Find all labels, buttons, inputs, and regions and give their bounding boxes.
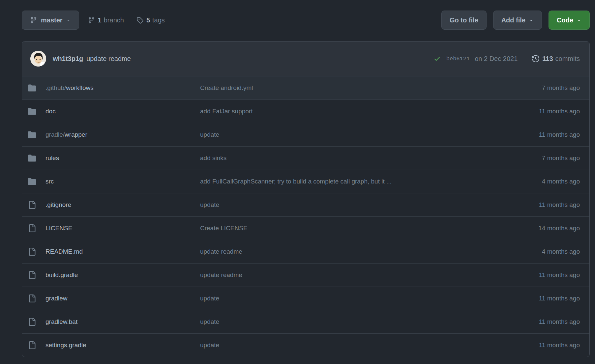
file-icon	[28, 341, 36, 349]
entry-name-link[interactable]: LICENSE	[45, 225, 191, 232]
entry-commit-message-link[interactable]: update	[200, 201, 504, 209]
history-icon	[532, 55, 539, 62]
entry-prefix[interactable]: gradle/	[45, 131, 65, 138]
entry-age-link[interactable]: 7 months ago	[514, 154, 580, 162]
folder-icon	[28, 178, 36, 185]
toolbar-actions: Go to file Add file Code	[435, 11, 590, 30]
entry-age-link[interactable]: 7 months ago	[514, 84, 580, 92]
entry-commit-message-link[interactable]: update	[200, 295, 504, 302]
entry-icon-cell	[28, 341, 36, 349]
file-icon	[28, 248, 36, 256]
avatar[interactable]	[30, 51, 46, 67]
entry-name[interactable]: src	[45, 178, 54, 185]
entry-icon-cell	[28, 248, 36, 256]
entry-age-link[interactable]: 11 months ago	[514, 271, 580, 279]
add-file-label: Add file	[501, 16, 525, 24]
entry-icon-cell	[28, 224, 36, 232]
repo-content: master 1 branch 5 tags Go to file Add fi…	[22, 0, 590, 357]
entry-name[interactable]: wrapper	[65, 131, 87, 138]
entry-name[interactable]: README.md	[45, 248, 83, 255]
git-branch-icon	[30, 16, 37, 24]
entry-name-link[interactable]: gradlew.bat	[45, 318, 191, 325]
entry-age-link[interactable]: 11 months ago	[514, 108, 580, 115]
table-row: src add FullCallGraphScanner; try to bui…	[22, 170, 589, 193]
entry-prefix[interactable]: .github/	[45, 84, 66, 91]
entry-name[interactable]: gradlew	[45, 295, 68, 302]
folder-icon	[28, 154, 36, 162]
commit-history-link[interactable]: 113 commits	[532, 55, 580, 63]
entry-name[interactable]: rules	[45, 154, 59, 161]
entry-commit-message-link[interactable]: update readme	[200, 248, 504, 255]
entry-icon-cell	[28, 107, 36, 115]
commit-meta: beb6121 on 2 Dec 2021 113 commits	[433, 55, 580, 63]
entry-commit-message-link[interactable]: Create android.yml	[200, 84, 504, 92]
entry-name-link[interactable]: .gitignore	[45, 201, 191, 209]
entry-name-link[interactable]: rules	[45, 154, 191, 162]
entry-age-link[interactable]: 4 months ago	[514, 178, 580, 185]
commit-author-link[interactable]: wh1t3p1g	[53, 55, 83, 63]
go-to-file-button[interactable]: Go to file	[441, 11, 487, 30]
branch-count: 1	[98, 16, 102, 24]
entry-name-link[interactable]: README.md	[45, 248, 191, 255]
branch-count-label: branch	[104, 16, 124, 24]
entry-age-link[interactable]: 14 months ago	[514, 225, 580, 232]
avatar-image	[30, 51, 46, 67]
table-row: rules add sinks 7 months ago	[22, 146, 589, 170]
entry-age-link[interactable]: 11 months ago	[514, 201, 580, 209]
add-file-button[interactable]: Add file	[493, 11, 542, 30]
table-row: .gitignore update 11 months ago	[22, 193, 589, 216]
tags-link[interactable]: 5 tags	[136, 16, 165, 24]
branches-link[interactable]: 1 branch	[88, 16, 124, 24]
entry-name-link[interactable]: .github/workflows	[45, 84, 191, 92]
commits-count-label: commits	[555, 55, 580, 63]
entry-commit-message-link[interactable]: update readme	[200, 271, 504, 279]
entry-commit-message-link[interactable]: Create LICENSE	[200, 225, 504, 232]
entry-icon-cell	[28, 318, 36, 326]
entry-icon-cell	[28, 294, 36, 302]
entry-commit-message-link[interactable]: update	[200, 131, 504, 138]
entry-age-link[interactable]: 11 months ago	[514, 131, 580, 138]
entry-commit-message-link[interactable]: update	[200, 342, 504, 349]
file-icon	[28, 201, 36, 209]
entry-age-link[interactable]: 11 months ago	[514, 342, 580, 349]
entry-icon-cell	[28, 84, 36, 92]
entry-name[interactable]: settings.gradle	[45, 342, 86, 349]
check-icon[interactable]	[433, 55, 441, 62]
entry-age-link[interactable]: 11 months ago	[514, 295, 580, 302]
entry-name[interactable]: workflows	[66, 84, 93, 91]
entry-commit-message-link[interactable]: add FullCallGraphScanner; try to build a…	[200, 178, 504, 185]
table-row: settings.gradle update 11 months ago	[22, 333, 589, 357]
commit-hash-link[interactable]: beb6121	[446, 56, 470, 62]
entry-commit-message-link[interactable]: add FatJar support	[200, 108, 504, 115]
entry-icon-cell	[28, 201, 36, 209]
table-row: .github/workflows Create android.yml 7 m…	[22, 76, 589, 99]
entry-name-link[interactable]: doc	[45, 108, 191, 115]
entry-name[interactable]: build.gradle	[45, 271, 78, 278]
table-row: doc add FatJar support 11 months ago	[22, 99, 589, 123]
entry-name-link[interactable]: src	[45, 178, 191, 185]
entry-name-link[interactable]: build.gradle	[45, 271, 191, 279]
entry-age-link[interactable]: 11 months ago	[514, 318, 580, 325]
entry-name[interactable]: .gitignore	[45, 201, 71, 208]
branch-selector-button[interactable]: master	[22, 11, 79, 30]
entry-name[interactable]: LICENSE	[45, 225, 72, 232]
file-icon	[28, 294, 36, 302]
commit-message-link[interactable]: update readme	[86, 55, 131, 63]
entry-name-link[interactable]: gradlew	[45, 295, 191, 302]
chevron-down-icon	[577, 18, 581, 23]
code-button[interactable]: Code	[549, 11, 590, 30]
entry-commit-message-link[interactable]: update	[200, 318, 504, 325]
entry-age-link[interactable]: 4 months ago	[514, 248, 580, 255]
file-icon	[28, 271, 36, 279]
file-icon	[28, 224, 36, 232]
branch-selector-label: master	[41, 16, 63, 24]
entry-name[interactable]: gradlew.bat	[45, 318, 77, 325]
entry-commit-message-link[interactable]: add sinks	[200, 154, 504, 162]
entry-name[interactable]: doc	[45, 108, 56, 115]
git-branch-icon	[88, 17, 95, 24]
chevron-down-icon	[66, 18, 71, 23]
entry-name-link[interactable]: settings.gradle	[45, 342, 191, 349]
entry-name-link[interactable]: gradle/wrapper	[45, 131, 191, 138]
entry-icon-cell	[28, 271, 36, 279]
table-row: LICENSE Create LICENSE 14 months ago	[22, 216, 589, 240]
